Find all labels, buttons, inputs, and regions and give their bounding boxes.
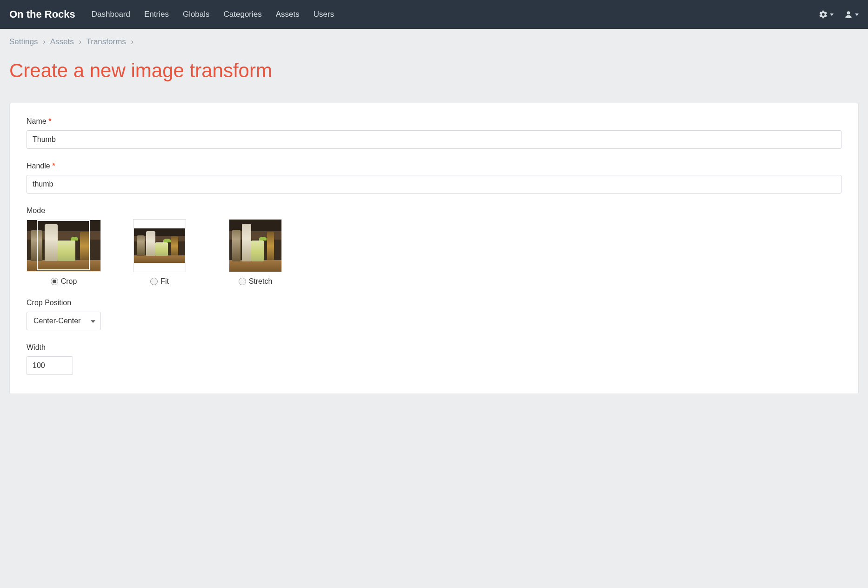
mode-label-crop: Crop <box>61 277 77 286</box>
required-asterisk: * <box>48 117 51 125</box>
crop-position-field: Crop Position Center-Center <box>27 299 841 330</box>
chevron-down-icon <box>830 13 834 16</box>
content: Settings › Assets › Transforms › Create … <box>0 29 868 402</box>
crop-position-select[interactable]: Center-Center <box>27 312 101 330</box>
handle-input[interactable] <box>27 175 841 194</box>
radio-stretch[interactable] <box>239 278 246 285</box>
nav-dashboard[interactable]: Dashboard <box>92 10 130 19</box>
width-label: Width <box>27 343 841 352</box>
breadcrumb-sep: › <box>131 37 134 46</box>
nav-entries[interactable]: Entries <box>144 10 169 19</box>
chevron-down-icon <box>91 320 95 323</box>
header-icons <box>819 10 859 19</box>
width-field: Width <box>27 343 841 375</box>
radio-crop[interactable] <box>51 278 58 285</box>
user-menu[interactable] <box>844 10 859 19</box>
nav-categories[interactable]: Categories <box>224 10 262 19</box>
breadcrumb-sep: › <box>43 37 46 46</box>
mode-option-fit[interactable]: Fit <box>122 220 197 286</box>
svg-point-0 <box>847 11 850 14</box>
mode-thumb-crop <box>27 220 101 272</box>
required-asterisk: * <box>52 162 55 170</box>
user-icon <box>844 10 853 19</box>
width-input[interactable] <box>27 356 73 375</box>
breadcrumb-sep: › <box>79 37 81 46</box>
mode-field: Mode Crop <box>27 207 841 286</box>
chevron-down-icon <box>855 13 859 16</box>
mode-label: Mode <box>27 207 841 215</box>
nav-globals[interactable]: Globals <box>183 10 210 19</box>
handle-label: Handle * <box>27 162 841 170</box>
mode-option-stretch[interactable]: Stretch <box>218 220 293 286</box>
header-bar: On the Rocks Dashboard Entries Globals C… <box>0 0 868 29</box>
gear-icon <box>819 10 828 19</box>
mode-label-fit: Fit <box>160 277 169 286</box>
breadcrumb-settings[interactable]: Settings <box>9 37 38 46</box>
breadcrumb-assets[interactable]: Assets <box>50 37 74 46</box>
breadcrumb: Settings › Assets › Transforms › <box>9 37 859 47</box>
mode-label-stretch: Stretch <box>249 277 273 286</box>
handle-field: Handle * <box>27 162 841 194</box>
nav: Dashboard Entries Globals Categories Ass… <box>92 10 334 19</box>
settings-menu[interactable] <box>819 10 834 19</box>
name-input[interactable] <box>27 130 841 149</box>
form-panel: Name * Handle * Mode Cr <box>9 103 859 394</box>
radio-fit[interactable] <box>150 278 158 285</box>
nav-users[interactable]: Users <box>314 10 334 19</box>
mode-options: Crop Fit <box>27 220 841 286</box>
breadcrumb-transforms[interactable]: Transforms <box>87 37 126 46</box>
nav-assets[interactable]: Assets <box>276 10 300 19</box>
crop-position-value: Center-Center <box>33 317 80 325</box>
mode-thumb-fit <box>122 220 197 272</box>
page-title: Create a new image transform <box>9 60 859 82</box>
brand-title[interactable]: On the Rocks <box>9 8 75 20</box>
mode-thumb-stretch <box>218 220 293 272</box>
name-label: Name * <box>27 117 841 126</box>
crop-position-label: Crop Position <box>27 299 841 307</box>
name-field: Name * <box>27 117 841 149</box>
mode-option-crop[interactable]: Crop <box>27 220 101 286</box>
